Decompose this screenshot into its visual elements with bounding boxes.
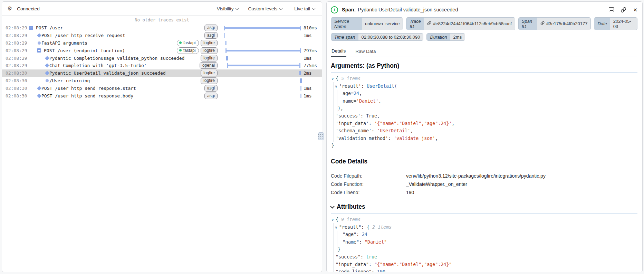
trace-row-badges: openai xyxy=(200,62,218,69)
trace-row[interactable]: 02:08:29POST /userasgi810ms xyxy=(2,24,322,32)
trace-row-tree: Pydantic CompletionUsage validate_python… xyxy=(27,56,201,61)
span-kind-label: Span: xyxy=(342,7,356,12)
tree-token-bool: true xyxy=(366,254,377,259)
code-detail-value: _ValidateWrapper._on_enter xyxy=(406,180,637,188)
tree-collapse-caret[interactable]: ∨ xyxy=(331,216,336,224)
attributes-collapse-chevron[interactable] xyxy=(330,204,335,209)
scope-badge: asgi xyxy=(204,25,218,31)
span-diamond-icon xyxy=(45,64,49,68)
green-dot-icon xyxy=(179,41,182,44)
trace-row[interactable]: 02:08:29FastAPI argumentsfastapilogfire xyxy=(2,39,322,47)
tree-token-plain: : xyxy=(372,269,377,272)
duration-bar xyxy=(225,48,301,53)
trace-row-label: Pydantic UserDetail validate_json succee… xyxy=(49,70,166,76)
tag-value[interactable]: #e8224d24d41f064b112c6eb9cb58cacf xyxy=(424,18,515,30)
trace-row-tree: POST /user http send response.body xyxy=(27,93,204,98)
trace-row-time: 02:08:29 xyxy=(2,33,27,38)
tree-token-brace: ), xyxy=(338,106,343,111)
tree-line: ∨{ 9 items xyxy=(331,216,637,224)
duration-bar xyxy=(227,63,300,68)
visibility-dropdown[interactable]: Visibility xyxy=(212,2,243,16)
tree-token-str: "{"name":"Daniel","age":24}" xyxy=(374,262,452,267)
close-icon[interactable]: ✕ xyxy=(633,7,637,12)
trace-list-panel: ⚙ Connected Visibility Custom levels Liv… xyxy=(2,1,322,272)
live-tail-dropdown-label: Live tail xyxy=(294,6,310,11)
tree-token-plain: : xyxy=(361,254,366,259)
trace-row-label: POST /user http receive request xyxy=(41,33,125,38)
span-diamond-icon xyxy=(37,86,41,91)
span-tag-duration: Duration2ms xyxy=(426,33,465,41)
copy-link-icon[interactable] xyxy=(621,7,626,13)
collapse-toggle-icon[interactable] xyxy=(37,48,41,53)
trace-row-badges: logfire xyxy=(201,55,218,62)
trace-row[interactable]: 02:08:30Pydantic UserDetail validate_jso… xyxy=(2,69,322,77)
dock-panel-icon[interactable] xyxy=(609,7,614,12)
trace-row-duration: 1ms xyxy=(301,56,322,61)
scope-badge-label: logfire xyxy=(203,40,215,45)
live-tail-dropdown[interactable]: Live tail xyxy=(289,6,320,11)
trace-row-label: /User returning xyxy=(49,78,90,83)
trace-row-time: 02:08:30 xyxy=(2,93,27,98)
code-detail-label: Code Function: xyxy=(331,180,406,188)
trace-row[interactable]: 02:08:29POST /user http receive requesta… xyxy=(2,32,322,39)
arguments-python-tree: ∨{ 5 items∨'result': UserDetail(age=24,n… xyxy=(331,75,637,150)
tag-value: unknown_service xyxy=(362,18,403,30)
logfire-live-view: ⚙ Connected Visibility Custom levels Liv… xyxy=(0,0,644,274)
scope-badge: openai xyxy=(200,62,218,69)
trace-row-duration: 797ms xyxy=(301,48,322,53)
trace-row-time: 02:08:29 xyxy=(2,56,27,61)
span-title: Pydantic UserDetail validate_json succee… xyxy=(358,7,458,12)
trace-row[interactable]: 02:08:30/User returninglogfire xyxy=(2,77,322,85)
trace-row-label: POST /user xyxy=(36,25,63,30)
tree-line: "success": true xyxy=(331,253,637,261)
custom-levels-dropdown[interactable]: Custom levels xyxy=(243,2,287,16)
tag-value-text: unknown_service xyxy=(365,21,400,26)
tag-value: 02:08:30.088 to 02:08:30.090 xyxy=(358,34,423,40)
tree-token-cls: UserDetail( xyxy=(367,84,397,89)
tree-token-key: 'result' xyxy=(339,84,361,89)
panel-resize-handle[interactable] xyxy=(318,132,324,140)
span-tag-trace-id: Trace ID#e8224d24d41f064b112c6eb9cb58cac… xyxy=(406,17,515,30)
trace-row-duration: 1ms xyxy=(301,86,322,91)
scope-badge: logfire xyxy=(201,77,218,84)
trace-row[interactable]: 02:08:29Pydantic CompletionUsage validat… xyxy=(2,54,322,62)
tree-line: } xyxy=(331,246,637,253)
duration-tick xyxy=(224,33,225,38)
tree-line: 'schema_name': 'UserDetail', xyxy=(331,127,637,135)
span-tag-time-span: Time span02:08:30.088 to 02:08:30.090 xyxy=(331,33,423,41)
tree-collapse-caret[interactable]: ∨ xyxy=(335,224,339,232)
trace-row[interactable]: 02:08:29POST /user (endpoint_function)fa… xyxy=(2,47,322,54)
trace-row-time: 02:08:29 xyxy=(2,25,27,30)
tab-details[interactable]: Details xyxy=(331,47,346,57)
tag-label: Date xyxy=(594,18,610,30)
tree-line: ∨"result": { 2 items xyxy=(331,224,637,231)
tree-line: 'validation_method': 'validate_json', xyxy=(331,135,637,142)
tree-line: } xyxy=(331,142,637,150)
tree-token-plain: name= xyxy=(343,98,356,104)
tree-token-key: "input_data" xyxy=(336,262,369,267)
trace-row-time: 02:08:29 xyxy=(2,63,27,68)
tag-label: Duration xyxy=(427,34,450,40)
duration-tick xyxy=(226,56,228,60)
tree-collapse-caret[interactable]: ∨ xyxy=(331,75,336,83)
tree-line: "code.lineno": 190 xyxy=(331,268,637,272)
duration-tick xyxy=(225,41,227,45)
trace-row[interactable]: 02:08:30POST /user http send response.st… xyxy=(2,84,322,92)
scope-badge-label: logfire xyxy=(203,78,215,83)
settings-gear-icon[interactable]: ⚙ xyxy=(7,6,12,11)
code-detail-value: 190 xyxy=(406,188,637,197)
scope-badge: asgi xyxy=(204,32,218,39)
collapse-toggle-icon[interactable] xyxy=(29,26,33,30)
code-detail-value: venv/lib/python3.12/site-packages/logfir… xyxy=(406,172,637,180)
trace-row[interactable]: 02:08:29Chat Completion with 'gpt-3.5-tu… xyxy=(2,62,322,69)
scope-badge-label: logfire xyxy=(203,70,215,75)
trace-row-duration: 775ms xyxy=(301,63,322,68)
tree-collapse-caret[interactable]: ∨ xyxy=(335,83,339,91)
trace-row[interactable]: 02:08:30POST /user http send response.bo… xyxy=(2,92,322,100)
tree-token-plain: : xyxy=(369,121,374,126)
tab-raw-data[interactable]: Raw Data xyxy=(355,47,376,57)
tree-token-key: "code.lineno" xyxy=(336,269,372,272)
tree-token-plain: : xyxy=(356,232,362,237)
tag-value[interactable]: #3e175db4f0b20177 xyxy=(537,18,590,30)
tag-label: Span ID xyxy=(519,18,537,30)
